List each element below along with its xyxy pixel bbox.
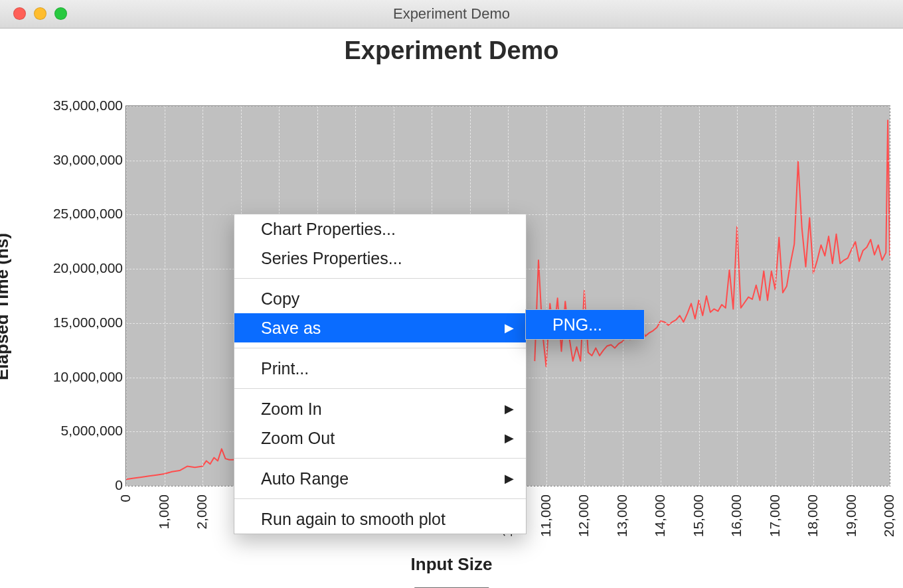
menu-item-label: Run again to smooth plot	[261, 510, 446, 528]
x-tick-label: 18,000	[805, 494, 821, 537]
x-tick-label: 19,000	[843, 494, 859, 537]
window-controls	[13, 7, 67, 20]
menu-copy[interactable]: Copy	[234, 284, 526, 313]
menu-save-as[interactable]: Save as ▶	[234, 313, 526, 342]
y-tick-label: 5,000,000	[30, 423, 123, 439]
chevron-right-icon: ▶	[505, 428, 514, 448]
menu-separator	[234, 498, 526, 499]
window-titlebar: Experiment Demo	[0, 0, 903, 29]
x-axis-label: Input Size	[0, 554, 903, 575]
x-tick-label: 20,000	[881, 494, 897, 537]
x-tick-label: 13,000	[614, 494, 630, 537]
chevron-right-icon: ▶	[505, 399, 514, 419]
x-tick-label: 16,000	[728, 494, 744, 537]
x-tick-label: 12,000	[576, 494, 592, 537]
x-tick-label: 1,000	[156, 494, 172, 530]
menu-item-label: Auto Range	[261, 469, 349, 488]
menu-run-again[interactable]: Run again to smooth plot	[234, 504, 526, 534]
menu-separator	[234, 278, 526, 279]
x-tick-label: 2,000	[194, 494, 210, 530]
y-tick-label: 35,000,000	[30, 98, 123, 113]
y-tick-label: 10,000,000	[30, 369, 123, 385]
context-menu[interactable]: Chart Properties... Series Properties...…	[234, 214, 527, 534]
menu-separator	[234, 348, 526, 348]
minimize-window-button[interactable]	[34, 7, 46, 20]
menu-print[interactable]: Print...	[234, 354, 526, 383]
x-tick-label: 0	[118, 494, 133, 502]
menu-chart-properties[interactable]: Chart Properties...	[234, 214, 526, 244]
x-tick-label: 11,000	[538, 494, 554, 537]
submenu-png[interactable]: PNG...	[526, 310, 644, 339]
x-tick-label: 14,000	[652, 494, 668, 537]
menu-item-label: PNG...	[552, 315, 602, 334]
menu-item-label: Print...	[261, 359, 309, 378]
menu-separator	[234, 458, 526, 459]
y-tick-label: 30,000,000	[30, 152, 123, 168]
menu-auto-range[interactable]: Auto Range ▶	[234, 464, 526, 493]
window-title: Experiment Demo	[0, 0, 903, 28]
x-tick-label: 17,000	[767, 494, 783, 537]
chevron-right-icon: ▶	[505, 318, 514, 338]
menu-item-label: Copy	[261, 289, 299, 308]
y-tick-label: 0	[30, 477, 123, 493]
menu-series-properties[interactable]: Series Properties...	[234, 244, 526, 273]
menu-zoom-in[interactable]: Zoom In ▶	[234, 394, 526, 423]
y-tick-label: 20,000,000	[30, 260, 123, 276]
context-submenu[interactable]: PNG...	[525, 309, 645, 340]
chart-title: Experiment Demo	[0, 29, 903, 65]
menu-item-label: Zoom Out	[261, 429, 335, 447]
y-axis-label: Elapsed Time (ns)	[0, 233, 13, 380]
menu-item-label: Series Properties...	[261, 249, 402, 267]
menu-item-label: Zoom In	[261, 400, 322, 418]
menu-separator	[234, 388, 526, 389]
zoom-window-button[interactable]	[54, 7, 67, 20]
x-tick-label: 15,000	[691, 494, 706, 537]
close-window-button[interactable]	[13, 7, 26, 20]
menu-item-label: Chart Properties...	[261, 220, 396, 238]
menu-item-label: Save as	[261, 319, 321, 337]
chevron-right-icon: ▶	[505, 469, 514, 488]
y-tick-label: 15,000,000	[30, 315, 123, 331]
y-tick-label: 25,000,000	[30, 206, 123, 222]
menu-zoom-out[interactable]: Zoom Out ▶	[234, 423, 526, 453]
